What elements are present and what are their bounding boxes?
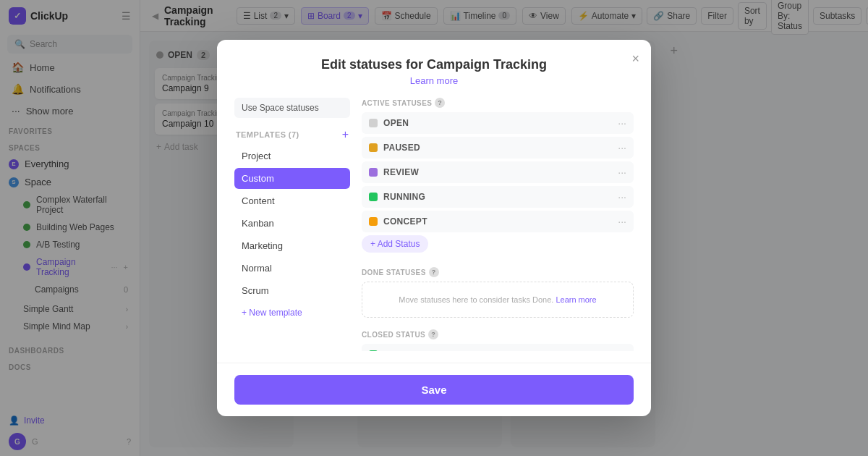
running-color (369, 193, 378, 201)
done-statuses-label: DONE STATUSES ? (362, 267, 634, 277)
template-project[interactable]: Project (234, 145, 350, 166)
review-status-name: REVIEW (383, 167, 612, 177)
templates-panel: Use Space statuses TEMPLATES (7) + Proje… (234, 98, 350, 351)
save-button[interactable]: Save (234, 375, 634, 405)
add-status-btn[interactable]: + Add Status (362, 235, 428, 253)
done-statuses-help[interactable]: ? (429, 267, 439, 277)
active-statuses-help[interactable]: ? (435, 98, 445, 108)
dialog-footer: Save (217, 363, 651, 416)
dialog-subtitle[interactable]: Learn more (234, 75, 634, 86)
new-template-btn[interactable]: + New template (234, 303, 350, 323)
completed-color (369, 350, 378, 351)
template-content[interactable]: Content (234, 190, 350, 211)
use-space-statuses-btn[interactable]: Use Space statuses (234, 98, 350, 118)
template-normal[interactable]: Normal (234, 258, 350, 279)
closed-status-label: CLOSED STATUS ? (362, 329, 634, 339)
done-learn-more[interactable]: Learn more (556, 295, 596, 304)
done-statuses-section: DONE STATUSES ? Move statuses here to co… (362, 267, 634, 318)
dialog-header: Edit statuses for Campaign Tracking Lear… (217, 40, 651, 86)
dialog-close-button[interactable]: × (631, 51, 639, 67)
dialog-body: Use Space statuses TEMPLATES (7) + Proje… (217, 86, 651, 363)
done-statuses-drop-area: Move statuses here to consider tasks Don… (362, 282, 634, 318)
review-status-more[interactable]: ··· (618, 166, 626, 178)
status-completed[interactable]: COMPLETED ··· (362, 344, 634, 351)
status-running[interactable]: RUNNING ··· (362, 186, 634, 208)
dialog-overlay: Edit statuses for Campaign Tracking Lear… (0, 0, 868, 456)
status-open[interactable]: OPEN ··· (362, 112, 634, 134)
completed-status-name: COMPLETED (383, 350, 612, 351)
concept-status-name: CONCEPT (383, 216, 612, 227)
templates-add-icon[interactable]: + (342, 128, 349, 141)
concept-status-more[interactable]: ··· (618, 216, 626, 227)
running-status-more[interactable]: ··· (618, 191, 626, 203)
templates-header: TEMPLATES (7) + (234, 125, 350, 145)
completed-status-more[interactable]: ··· (618, 349, 626, 351)
templates-section-label: TEMPLATES (7) (236, 130, 299, 139)
status-review[interactable]: REVIEW ··· (362, 161, 634, 183)
edit-statuses-dialog: Edit statuses for Campaign Tracking Lear… (217, 40, 651, 416)
paused-color (369, 143, 378, 152)
closed-status-section: CLOSED STATUS ? COMPLETED ··· (362, 329, 634, 351)
template-custom[interactable]: Custom (234, 168, 350, 189)
open-status-more[interactable]: ··· (618, 117, 626, 129)
open-status-name: OPEN (383, 118, 612, 128)
template-marketing[interactable]: Marketing (234, 235, 350, 256)
review-color (369, 168, 378, 177)
paused-status-more[interactable]: ··· (618, 142, 626, 153)
concept-color (369, 217, 378, 226)
done-statuses-placeholder: Move statuses here to consider tasks Don… (399, 295, 596, 304)
paused-status-name: PAUSED (383, 143, 612, 153)
running-status-name: RUNNING (383, 192, 612, 202)
template-kanban[interactable]: Kanban (234, 213, 350, 234)
status-paused[interactable]: PAUSED ··· (362, 137, 634, 159)
open-color (369, 119, 378, 127)
active-statuses-label: ACTIVE STATUSES ? (362, 98, 634, 108)
dialog-title: Edit statuses for Campaign Tracking (234, 57, 634, 72)
statuses-panel: ACTIVE STATUSES ? OPEN ··· PAUSED ··· (362, 98, 634, 351)
template-scrum[interactable]: Scrum (234, 280, 350, 301)
active-statuses-section: ACTIVE STATUSES ? OPEN ··· PAUSED ··· (362, 98, 634, 256)
closed-status-help[interactable]: ? (428, 329, 438, 339)
status-concept[interactable]: CONCEPT ··· (362, 211, 634, 232)
